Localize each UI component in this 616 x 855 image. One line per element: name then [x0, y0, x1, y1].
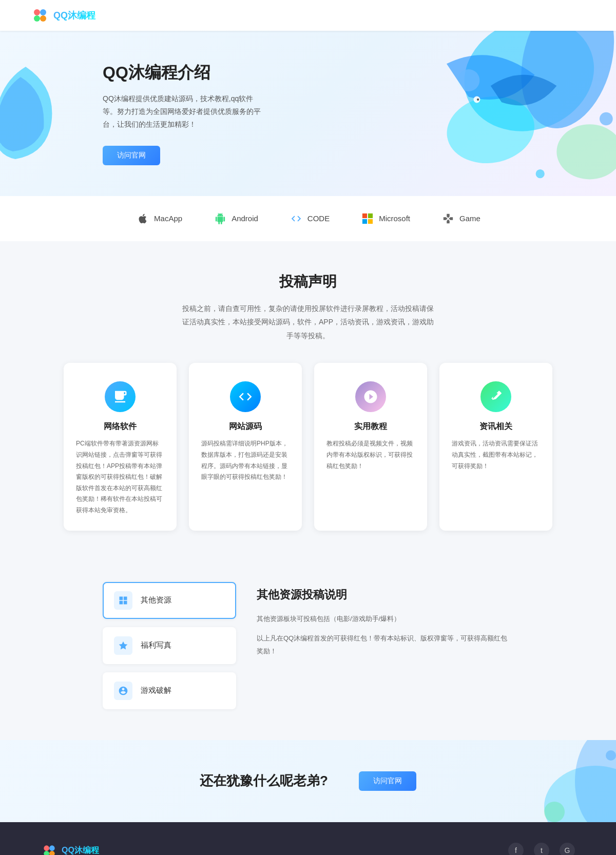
card-title-2: 网站源码 — [201, 421, 290, 432]
resource-desc-text-2: 以上凡在QQ沐编程首发的可获得红包！带有本站标识、版权弹窗等，可获得高额红包奖励… — [257, 632, 513, 657]
hero-section: QQ沐编程介绍 QQ沐编程提供优质建站源码，技术教程,qq软件等。努力打造为全国… — [0, 31, 616, 196]
resource-label-welfare: 福利写真 — [141, 640, 171, 650]
svg-rect-13 — [362, 213, 367, 218]
svg-point-0 — [34, 9, 40, 15]
resource-label-other: 其他资源 — [141, 595, 171, 605]
svg-point-19 — [544, 802, 565, 822]
logo-icon — [31, 6, 49, 25]
footer-logo-icon — [41, 843, 57, 856]
footer: QQ沐编程 f t G © 2024 QQ沐编程 / henry DiZun ·… — [0, 822, 616, 856]
svg-point-23 — [44, 851, 49, 856]
svg-rect-15 — [362, 219, 367, 223]
resource-item-welfare[interactable]: 福利写真 — [103, 627, 236, 664]
card-title-3: 实用教程 — [326, 421, 415, 432]
header: QQ沐编程 — [0, 0, 616, 31]
logo-text: QQ沐编程 — [53, 9, 95, 22]
tech-item-macapp[interactable]: MacApp — [136, 211, 182, 226]
contribution-description: 投稿之前，请自查可用性，复杂的请使用投屏软件进行录屏教程，活动投稿请保证活动真实… — [180, 302, 436, 343]
tech-label-macapp: MacApp — [154, 214, 182, 223]
tech-item-game[interactable]: Game — [441, 211, 480, 226]
contribution-section: 投稿声明 投稿之前，请自查可用性，复杂的请使用投屏软件进行录屏教程，活动投稿请保… — [0, 241, 616, 551]
tech-label-code: CODE — [307, 214, 330, 223]
card-desc-4: 游戏资讯，活动资讯需要保证活动真实性，截图带有本站标记，可获得奖励！ — [452, 438, 540, 472]
footer-top: QQ沐编程 f t G — [41, 843, 575, 856]
hero-description: QQ沐编程提供优质建站源码，技术教程,qq软件等。努力打造为全国网络爱好者提供优… — [103, 92, 267, 131]
card-title-1: 网络软件 — [76, 421, 164, 432]
other-resources-section: 其他资源 福利写真 游戏破解 其他资源投稿 — [0, 551, 616, 740]
card-practical-tutorial: 实用教程 教程投稿必须是视频文件，视频内带有本站版权标识，可获得投稿红包奖励！ — [314, 363, 427, 530]
card-news-related: 资讯相关 游戏资讯，活动资讯需要保证活动真实性，截图带有本站标记，可获得奖励！ — [439, 363, 552, 530]
game-icon — [441, 211, 455, 226]
footer-social: f t G — [508, 843, 575, 856]
android-icon — [213, 211, 227, 226]
tech-item-code[interactable]: CODE — [289, 211, 330, 226]
cta-button[interactable]: 访问官网 — [359, 771, 416, 791]
resource-desc-title: 其他资源投稿说明 — [257, 587, 513, 603]
left-decoration — [0, 62, 67, 166]
resource-item-game-crack[interactable]: 游戏破解 — [103, 672, 236, 709]
apple-icon — [136, 211, 150, 226]
social-twitter-icon[interactable]: t — [534, 843, 549, 856]
resource-label-game-crack: 游戏破解 — [141, 686, 171, 695]
tech-label-game: Game — [459, 214, 480, 223]
footer-logo[interactable]: QQ沐编程 — [41, 843, 99, 856]
microsoft-icon — [360, 211, 375, 226]
resource-list: 其他资源 福利写真 游戏破解 — [103, 582, 236, 709]
tech-row: MacApp Android CODE Microsoft — [0, 196, 616, 241]
hero-cta-button[interactable]: 访问官网 — [103, 146, 160, 165]
svg-point-9 — [600, 112, 613, 126]
svg-point-17 — [544, 766, 616, 822]
resource-icon-welfare — [114, 636, 132, 655]
resource-item-other[interactable]: 其他资源 — [103, 582, 236, 619]
card-icon-news — [480, 381, 511, 412]
card-icon-net-software — [105, 381, 136, 412]
resource-desc-text-1: 其他资源板块可投稿包括（电影/游戏助手/爆料） — [257, 613, 513, 626]
svg-rect-14 — [368, 213, 373, 218]
card-title-4: 资讯相关 — [452, 421, 540, 432]
other-resources-inner: 其他资源 福利写真 游戏破解 其他资源投稿 — [103, 582, 513, 709]
resource-icon-game-crack — [114, 682, 132, 700]
tech-item-android[interactable]: Android — [213, 211, 258, 226]
tech-label-android: Android — [232, 214, 258, 223]
svg-point-18 — [575, 740, 616, 822]
card-desc-1: PC端软件带有带著源资源网标识网站链接，点击弹窗等可获得投稿红包！APP投稿带有… — [76, 438, 164, 516]
social-facebook-icon[interactable]: f — [508, 843, 524, 856]
social-google-icon[interactable]: G — [560, 843, 575, 856]
card-icon-website-code — [230, 381, 261, 412]
cta-bg-decoration — [462, 740, 616, 822]
cta-section: 还在犹豫什么呢老弟? 访问官网 — [0, 740, 616, 822]
tech-label-microsoft: Microsoft — [379, 214, 410, 223]
tech-item-microsoft[interactable]: Microsoft — [360, 211, 410, 226]
svg-point-21 — [44, 845, 49, 851]
svg-point-2 — [34, 15, 40, 22]
card-net-software: 网络软件 PC端软件带有带著源资源网标识网站链接，点击弹窗等可获得投稿红包！AP… — [64, 363, 177, 530]
resource-icon-other — [114, 591, 132, 610]
svg-point-3 — [40, 15, 46, 22]
resource-desc-panel: 其他资源投稿说明 其他资源板块可投稿包括（电影/游戏助手/爆料） 以上凡在QQ沐… — [257, 582, 513, 670]
card-desc-2: 源码投稿需详细说明PHP版本，数据库版本，打包源码还是安装程序。源码内带有本站链… — [201, 438, 290, 482]
svg-point-24 — [49, 851, 55, 856]
hero-title: QQ沐编程介绍 — [103, 62, 585, 84]
footer-logo-text: QQ沐编程 — [62, 845, 99, 855]
svg-point-10 — [536, 169, 545, 178]
cards-row: 网络软件 PC端软件带有带著源资源网标识网站链接，点击弹窗等可获得投稿红包！AP… — [31, 363, 585, 530]
contribution-title: 投稿声明 — [31, 272, 585, 292]
card-desc-3: 教程投稿必须是视频文件，视频内带有本站版权标识，可获得投稿红包奖励！ — [326, 438, 415, 472]
svg-point-22 — [49, 845, 55, 851]
card-icon-tutorial — [355, 381, 386, 412]
cta-text: 还在犹豫什么呢老弟? — [200, 772, 328, 790]
svg-rect-16 — [368, 219, 373, 223]
svg-point-20 — [606, 750, 616, 761]
code-tech-icon — [289, 211, 303, 226]
svg-point-1 — [40, 9, 46, 15]
card-website-code: 网站源码 源码投稿需详细说明PHP版本，数据库版本，打包源码还是安装程序。源码内… — [189, 363, 302, 530]
logo[interactable]: QQ沐编程 — [31, 6, 95, 25]
